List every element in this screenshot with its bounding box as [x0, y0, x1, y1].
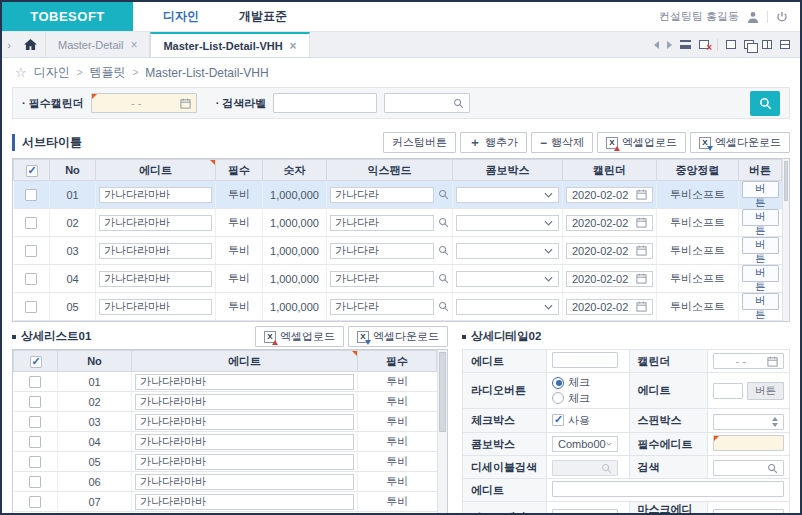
tab-master-detail[interactable]: Master-Detail ×	[46, 32, 150, 57]
tab-prev-icon[interactable]	[654, 41, 659, 49]
search-text-input[interactable]	[273, 93, 377, 113]
use-checkbox[interactable]: 사용	[552, 413, 590, 428]
search-icon[interactable]	[767, 463, 778, 474]
col-expand[interactable]: 익스팬드	[327, 160, 453, 181]
radio-icon[interactable]	[552, 392, 564, 404]
combo-select[interactable]: Combo00	[552, 436, 618, 452]
edit-cell-input[interactable]: 가나다라마바	[99, 187, 212, 203]
row-button[interactable]: 버튼	[742, 209, 779, 226]
row-checkbox[interactable]	[25, 189, 37, 201]
breadcrumb-item[interactable]: 템플릿	[90, 64, 126, 81]
mask-edit-input[interactable]: 50,000,000	[713, 509, 785, 515]
master-grid-row[interactable]: 04 가나다라마바 투비 1,000,000 가나다라 2020-02-02 투…	[14, 265, 782, 293]
master-grid-scrollbar[interactable]	[782, 159, 789, 321]
row-button[interactable]: 버튼	[742, 265, 779, 282]
menu-dev-standard[interactable]: 개발표준	[239, 8, 287, 25]
detail-excel-download-button[interactable]: X엑셀다운로드	[348, 326, 448, 347]
select-all-checkbox[interactable]	[30, 356, 42, 368]
select-all-checkbox[interactable]	[26, 165, 38, 177]
edit-input[interactable]	[552, 352, 618, 368]
menu-design[interactable]: 디자인	[163, 8, 199, 25]
col-button[interactable]: 버튼	[739, 160, 782, 181]
edit-input[interactable]	[713, 383, 744, 399]
detail-excel-upload-button[interactable]: X엑셀업로드	[255, 326, 344, 347]
layout-cascade-icon[interactable]	[744, 40, 754, 49]
master-grid-row[interactable]: 02 가나다라마바 투비 1,000,000 가나다라 2020-02-02 투…	[14, 209, 782, 237]
row-checkbox[interactable]	[29, 416, 41, 428]
tab-next-icon[interactable]	[667, 41, 672, 49]
search-lookup-input[interactable]	[384, 93, 470, 113]
master-grid-row[interactable]: 03 가나다라마바 투비 1,000,000 가나다라 2020-02-02 투…	[14, 237, 782, 265]
edit-cell-input[interactable]: 가나다라마바	[135, 394, 354, 410]
search-icon[interactable]	[438, 273, 449, 284]
row-button[interactable]: 버튼	[742, 237, 779, 254]
add-row-button[interactable]: ＋행추가	[460, 132, 527, 153]
scrollbar-thumb[interactable]	[784, 161, 788, 201]
field-button[interactable]: 버튼	[747, 382, 784, 400]
col-edit[interactable]: 에디트	[96, 160, 216, 181]
calendar-cell-input[interactable]: 2020-02-02	[566, 215, 653, 231]
favorite-star-icon[interactable]: ☆	[15, 65, 27, 80]
custom-button[interactable]: 커스텀버튼	[383, 132, 456, 153]
search-input[interactable]	[713, 460, 785, 476]
combo-cell-select[interactable]	[456, 187, 559, 203]
calendar-icon[interactable]	[636, 273, 647, 284]
detail-list-row[interactable]: 02 가나다라마바 투비	[14, 392, 437, 412]
search-icon[interactable]	[438, 189, 449, 200]
layout-horizontal-split-icon[interactable]	[780, 40, 790, 49]
spin-up-icon[interactable]	[772, 417, 778, 421]
delete-row-button[interactable]: −행삭제	[531, 132, 593, 153]
detail-list-row[interactable]: 03 가나다라마바 투비	[14, 412, 437, 432]
row-checkbox[interactable]	[25, 217, 37, 229]
layout-vertical-split-icon[interactable]	[762, 40, 772, 49]
detail-list-row[interactable]: 07 가나다라마바 투비	[14, 492, 437, 512]
edit-cell-input[interactable]: 가나다라마바	[99, 299, 212, 315]
required-calendar-input[interactable]: - -	[91, 93, 197, 113]
row-button[interactable]: 버튼	[742, 293, 779, 310]
detail-list-scrollbar[interactable]	[437, 350, 447, 515]
col-edit[interactable]: 에디트	[132, 351, 358, 372]
col-center-align[interactable]: 중앙정렬	[657, 160, 739, 181]
master-grid-row[interactable]: 05 가나다라마바 투비 1,000,000 가나다라 2020-02-02 투…	[14, 293, 782, 321]
col-no[interactable]: No	[58, 351, 132, 372]
edit-cell-input[interactable]: 가나다라마바	[135, 474, 354, 490]
edit-cell-input[interactable]: 가나다라마바	[135, 494, 354, 510]
edit-cell-input[interactable]: 가나다라마바	[135, 374, 354, 390]
expand-cell-input[interactable]: 가나다라	[330, 299, 434, 315]
calendar-icon[interactable]	[636, 189, 647, 200]
spin-arrows[interactable]	[772, 417, 778, 427]
radio-icon[interactable]	[552, 377, 564, 389]
col-number[interactable]: 숫자	[263, 160, 327, 181]
calendar-icon[interactable]	[636, 301, 647, 312]
combo-cell-select[interactable]	[456, 215, 559, 231]
row-checkbox[interactable]	[25, 245, 37, 257]
radio-option-2[interactable]: 체크	[552, 391, 590, 406]
detail-list-row[interactable]: 06 가나다라마바 투비	[14, 472, 437, 492]
edit-cell-input[interactable]: 가나다라마바	[99, 243, 212, 259]
search-button[interactable]	[750, 91, 780, 116]
spin-input[interactable]	[713, 414, 785, 430]
mask-edit-input[interactable]: 50,000,000	[552, 509, 618, 515]
close-icon[interactable]: ×	[290, 39, 297, 53]
close-all-tabs-icon[interactable]	[699, 40, 709, 49]
layout-single-icon[interactable]	[726, 40, 736, 49]
col-required[interactable]: 필수	[216, 160, 263, 181]
tab-scroll-left-icon[interactable]: ›	[2, 32, 16, 57]
row-checkbox[interactable]	[29, 456, 41, 468]
radio-option-1[interactable]: 체크	[552, 375, 590, 390]
row-checkbox[interactable]	[29, 496, 41, 508]
combo-cell-select[interactable]	[456, 299, 559, 315]
excel-upload-button[interactable]: X엑셀업로드	[597, 132, 686, 153]
edit-cell-input[interactable]: 가나다라마바	[99, 271, 212, 287]
checkbox-icon[interactable]	[552, 414, 564, 426]
detail-list-row[interactable]: 04 가나다라마바 투비	[14, 432, 437, 452]
edit-cell-input[interactable]: 가나다라마바	[135, 434, 354, 450]
calendar-icon[interactable]	[767, 356, 778, 367]
tab-list-icon[interactable]	[680, 40, 691, 49]
edit-cell-input[interactable]: 가나다라마바	[135, 454, 354, 470]
row-checkbox[interactable]	[29, 396, 41, 408]
row-button[interactable]: 버튼	[742, 181, 779, 198]
row-checkbox[interactable]	[25, 273, 37, 285]
spin-down-icon[interactable]	[772, 423, 778, 427]
row-checkbox[interactable]	[29, 376, 41, 388]
